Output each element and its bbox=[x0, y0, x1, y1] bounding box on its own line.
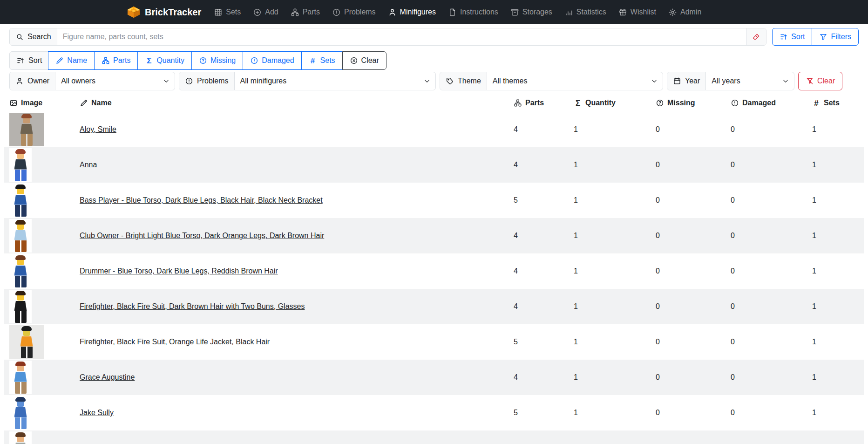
nav-item-storages[interactable]: Storages bbox=[504, 0, 558, 24]
quantity-count: 1 bbox=[568, 161, 650, 169]
brand[interactable]: BrickTracker bbox=[127, 6, 201, 19]
damaged-count: 0 bbox=[725, 125, 807, 134]
sort-option-damaged[interactable]: Damaged bbox=[243, 51, 301, 70]
quantity-count: 1 bbox=[568, 125, 650, 134]
sort-option-name[interactable]: Name bbox=[48, 51, 95, 70]
nav-item-instructions[interactable]: Instructions bbox=[442, 0, 504, 24]
search-icon bbox=[15, 33, 24, 41]
nav-item-statistics[interactable]: Statistics bbox=[558, 0, 612, 24]
minifigure-image[interactable] bbox=[9, 219, 32, 253]
chevron-down-icon bbox=[782, 77, 789, 85]
problems-addon: Problems bbox=[179, 72, 235, 90]
minifigure-name-link[interactable]: Firefighter, Black Fire Suit, Dark Brown… bbox=[80, 302, 305, 310]
filter-x-icon bbox=[806, 77, 814, 85]
nav-item-label: Minifigures bbox=[400, 8, 436, 16]
missing-count: 0 bbox=[650, 409, 725, 417]
nav-item-label: Problems bbox=[344, 8, 376, 16]
hash-icon: # bbox=[812, 99, 821, 107]
sort-option-missing[interactable]: Missing bbox=[191, 51, 243, 70]
filter-toolbar: Owner All owners Problems All minifigure… bbox=[9, 72, 859, 90]
plus-circle-icon bbox=[253, 8, 262, 17]
sets-count: 1 bbox=[807, 409, 864, 417]
chevron-down-icon bbox=[651, 77, 658, 85]
minifigure-image[interactable] bbox=[9, 361, 32, 394]
pencil-icon bbox=[80, 99, 88, 107]
nav-item-minifigures[interactable]: Minifigures bbox=[382, 0, 442, 24]
nav-item-sets[interactable]: Sets bbox=[208, 0, 247, 24]
search-group: Search bbox=[9, 28, 766, 46]
damaged-count: 0 bbox=[725, 196, 807, 205]
filter-icon bbox=[819, 33, 827, 41]
minifigure-image[interactable] bbox=[9, 396, 32, 430]
minifigure-image[interactable] bbox=[9, 325, 44, 359]
minifigure-image[interactable] bbox=[9, 148, 32, 182]
sort-option-parts[interactable]: Parts bbox=[94, 51, 138, 70]
nav-item-problems[interactable]: Problems bbox=[326, 0, 382, 24]
minifigure-name-link[interactable]: Grace Augustine bbox=[80, 373, 135, 381]
sort-clear-button[interactable]: Clear bbox=[342, 51, 387, 70]
tag-icon bbox=[446, 77, 454, 85]
quantity-count: 1 bbox=[568, 196, 650, 205]
minifigure-name-link[interactable]: Jake Sully bbox=[80, 409, 114, 417]
minifigure-name-link[interactable]: Firefighter, Black Fire Suit, Orange Lif… bbox=[80, 338, 270, 346]
nav-item-add[interactable]: Add bbox=[247, 0, 284, 24]
search-addon: Search bbox=[10, 28, 57, 45]
search-clear-button[interactable] bbox=[746, 28, 766, 45]
parts-icon bbox=[102, 56, 110, 65]
table-row: Anna 4 1 0 0 1 bbox=[4, 147, 864, 183]
missing-count: 0 bbox=[650, 232, 725, 240]
nav-item-parts[interactable]: Parts bbox=[285, 0, 326, 24]
grid-icon bbox=[214, 8, 223, 17]
quantity-count: 1 bbox=[568, 302, 650, 311]
damaged-count: 0 bbox=[725, 161, 807, 169]
x-circle-icon bbox=[350, 56, 358, 65]
table-row: Jake Sully 5 1 0 0 1 bbox=[4, 395, 864, 430]
minifigure-name-link[interactable]: Aloy, Smile bbox=[80, 125, 116, 133]
missing-count: 0 bbox=[650, 125, 725, 134]
person-icon bbox=[15, 77, 24, 85]
eraser-icon bbox=[752, 33, 760, 41]
sets-count: 1 bbox=[807, 302, 864, 311]
question-circle-icon bbox=[656, 99, 664, 107]
search-input[interactable] bbox=[57, 28, 746, 45]
sort-toggle-button[interactable]: Sort bbox=[772, 28, 812, 46]
quantity-count: 1 bbox=[568, 409, 650, 417]
minifigure-image[interactable] bbox=[9, 431, 32, 444]
search-toolbar: Search Sort Filters bbox=[9, 28, 859, 46]
sets-count: 1 bbox=[807, 125, 864, 134]
filters-toggle-button[interactable]: Filters bbox=[812, 28, 859, 46]
quantity-count: 1 bbox=[568, 232, 650, 240]
year-select[interactable]: All years bbox=[706, 72, 794, 90]
minifigure-name-link[interactable]: Club Owner - Bright Light Blue Torso, Da… bbox=[80, 232, 324, 239]
damaged-count: 0 bbox=[725, 232, 807, 240]
minifigure-name-link[interactable]: Anna bbox=[80, 161, 97, 169]
minifigure-name-link[interactable]: Bass Player - Blue Torso, Dark Blue Legs… bbox=[80, 196, 323, 204]
exclamation-circle-icon bbox=[250, 56, 258, 65]
quantity-count: 1 bbox=[568, 338, 650, 346]
missing-count: 0 bbox=[650, 373, 725, 382]
minifigure-name-link[interactable]: Drummer - Blue Torso, Dark Blue Legs, Re… bbox=[80, 267, 278, 275]
sets-count: 1 bbox=[807, 196, 864, 205]
minifigure-image[interactable] bbox=[9, 254, 32, 288]
filters-clear-button[interactable]: Clear bbox=[798, 72, 842, 90]
sort-option-sets[interactable]: # Sets bbox=[301, 51, 343, 70]
damaged-count: 0 bbox=[725, 338, 807, 346]
missing-count: 0 bbox=[650, 196, 725, 205]
problems-select[interactable]: All minifigures bbox=[235, 72, 435, 90]
table-row: Firefighter, Black Fire Suit, Orange Lif… bbox=[4, 324, 864, 360]
minifigure-image[interactable] bbox=[9, 113, 44, 146]
owner-select[interactable]: All owners bbox=[55, 72, 175, 90]
parts-count: 5 bbox=[508, 409, 568, 417]
nav-item-label: Instructions bbox=[460, 8, 498, 16]
minifigure-image[interactable] bbox=[9, 184, 32, 217]
nav-item-admin[interactable]: Admin bbox=[662, 0, 707, 24]
sort-option-quantity[interactable]: Σ Quantity bbox=[137, 51, 192, 70]
theme-select[interactable]: All themes bbox=[487, 72, 663, 90]
question-circle-icon bbox=[199, 56, 207, 65]
parts-count: 4 bbox=[508, 267, 568, 275]
parts-count: 4 bbox=[508, 161, 568, 169]
damaged-count: 0 bbox=[725, 409, 807, 417]
minifigure-image[interactable] bbox=[9, 290, 32, 323]
nav-item-wishlist[interactable]: Wishlist bbox=[612, 0, 662, 24]
sort-icon bbox=[16, 56, 25, 65]
